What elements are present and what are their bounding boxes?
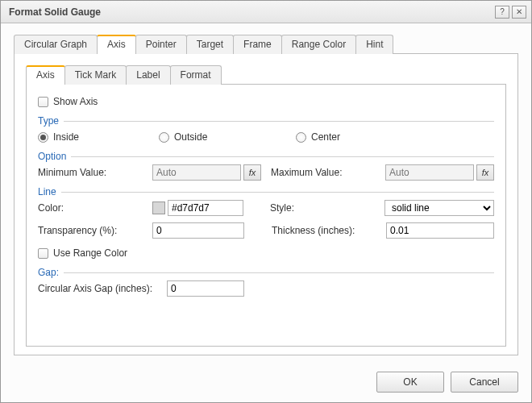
line-row2: Transparency (%): Thickness (inches): [38,222,494,239]
show-axis-label: Show Axis [53,96,98,107]
cancel-button[interactable]: Cancel [451,372,518,393]
radio-outside[interactable] [159,132,169,143]
show-axis-checkbox[interactable] [38,97,48,107]
transparency-input[interactable] [152,222,244,239]
radio-inside[interactable] [38,132,48,143]
min-fx-button[interactable]: fx [243,164,261,181]
max-fx-button[interactable]: fx [476,164,494,181]
inner-tabstrip: Axis Tick Mark Label Format [26,65,506,85]
use-range-color-row: Use Range Color [38,244,494,262]
inner-tabpanel: Show Axis Type Inside Outside [26,85,506,347]
min-value-input[interactable] [152,164,241,181]
color-swatch[interactable] [152,202,165,214]
line-row1: Color: Style: solid line [38,199,494,217]
tab-frame[interactable]: Frame [233,35,282,54]
inner-tab-tick-mark[interactable]: Tick Mark [64,65,127,85]
inner-tab-axis[interactable]: Axis [26,65,65,85]
min-value-label: Minimum Value: [38,167,152,178]
outer-tabstrip: Circular Graph Axis Pointer Target Frame… [14,35,518,54]
option-group-title: Option [38,151,494,162]
close-button[interactable]: ✕ [512,6,526,19]
gap-row: Circular Axis Gap (inches): [38,280,494,297]
max-value-label: Maximum Value: [271,167,385,178]
tab-hint[interactable]: Hint [355,35,393,54]
thickness-input[interactable] [386,222,494,239]
ok-button[interactable]: OK [376,372,444,393]
radio-outside-label: Outside [174,131,207,143]
tab-range-color[interactable]: Range Color [281,35,356,54]
transparency-label: Transparency (%): [38,225,152,236]
gap-input[interactable] [167,280,244,297]
type-group-title: Type [38,115,494,127]
option-row: Minimum Value: fx Maximum Value: fx [38,164,494,181]
inner-tab-format[interactable]: Format [170,65,222,85]
tab-target[interactable]: Target [186,35,234,54]
dialog-title: Format Solid Gauge [9,6,493,18]
color-input[interactable] [168,200,243,216]
use-range-color-checkbox[interactable] [38,248,48,259]
gap-label: Circular Axis Gap (inches): [38,283,167,294]
dialog-footer: OK Cancel [1,364,531,402]
line-group-title: Line [38,186,494,197]
radio-center[interactable] [296,132,306,143]
dialog-format-solid-gauge: Format Solid Gauge ? ✕ Circular Graph Ax… [0,0,532,403]
tab-axis[interactable]: Axis [97,35,136,54]
gap-group-title: Gap: [38,267,494,278]
use-range-color-label: Use Range Color [53,247,127,259]
color-label: Color: [38,202,152,214]
help-button[interactable]: ? [495,6,509,19]
style-select[interactable]: solid line [384,200,494,216]
style-label: Style: [270,202,384,214]
show-axis-row: Show Axis [38,93,494,110]
radio-inside-label: Inside [53,131,79,143]
thickness-label: Thickness (inches): [272,225,386,236]
tab-circular-graph[interactable]: Circular Graph [14,35,98,54]
titlebar: Format Solid Gauge ? ✕ [1,1,531,23]
inner-tab-label[interactable]: Label [126,65,170,85]
tab-pointer[interactable]: Pointer [135,35,187,54]
dialog-body: Circular Graph Axis Pointer Target Frame… [1,23,531,364]
max-value-input[interactable] [385,164,474,181]
outer-tabpanel: Axis Tick Mark Label Format Show Axis Ty… [14,54,518,355]
type-options-row: Inside Outside Center [38,128,494,146]
radio-center-label: Center [311,131,340,143]
